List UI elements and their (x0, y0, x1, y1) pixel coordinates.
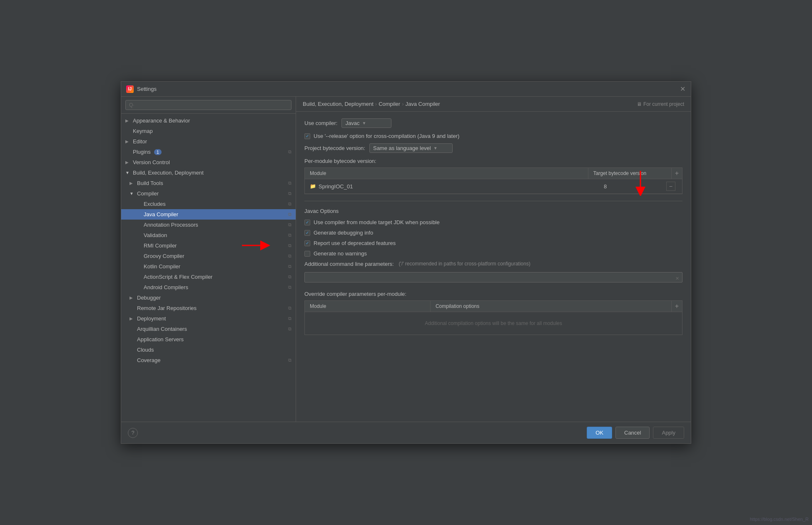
bytecode-version-arrow: ▼ (433, 146, 438, 150)
content-area: Use compiler: Javac ▼ Use '--release' op… (296, 112, 691, 422)
breadcrumb-bar: Build, Execution, Deployment › Compiler … (296, 97, 691, 112)
sidebar-label-actionscript: ActionScript & Flex Compiler (144, 274, 212, 280)
sidebar-item-groovy[interactable]: · Groovy Compiler ⧉ (121, 251, 296, 261)
sidebar-label-kotlin: Kotlin Compiler (144, 263, 180, 270)
option-row-1: Generate debugging info (304, 230, 682, 236)
sidebar-label-appearance: Appearance & Behavior (133, 118, 190, 124)
option-label-1: Generate debugging info (314, 230, 373, 236)
compiler-dropdown-value: Javac (345, 120, 359, 126)
sidebar-label-remote-jar: Remote Jar Repositories (137, 305, 197, 311)
help-button[interactable]: ? (128, 428, 138, 438)
cmd-params-label: Additional command line parameters: (304, 261, 394, 267)
sidebar-item-deployment[interactable]: ▶ Deployment ⧉ (121, 313, 296, 324)
sidebar-item-actionscript[interactable]: · ActionScript & Flex Compiler ⧉ (121, 272, 296, 282)
cmd-params-input[interactable] (304, 272, 682, 282)
compiler-dropdown[interactable]: Javac ▼ (341, 118, 391, 128)
use-compiler-label: Use compiler: (304, 120, 337, 126)
module-folder-icon: 📁 (310, 183, 316, 189)
option-checkbox-1[interactable] (304, 230, 310, 236)
sidebar-item-java-compiler[interactable]: · Java Compiler ⧉ (121, 209, 296, 220)
sidebar-item-appearance[interactable]: ▶ Appearance & Behavior (121, 115, 296, 126)
per-module-table-header: Module Target bytecode version + (305, 168, 682, 179)
option-label-0: Use compiler from module target JDK when… (314, 219, 440, 225)
apply-button[interactable]: Apply (653, 427, 684, 439)
sidebar-item-build-execution[interactable]: ▼ Build, Execution, Deployment (121, 168, 296, 178)
sidebar-item-remote-jar[interactable]: · Remote Jar Repositories ⧉ (121, 303, 296, 313)
sidebar-label-annotation: Annotation Processors (144, 222, 198, 228)
sidebar-item-compiler[interactable]: ▼ Compiler ⧉ (121, 188, 296, 199)
sidebar-item-version-control[interactable]: ▶ Version Control (121, 157, 296, 168)
sidebar-item-android[interactable]: · Android Compilers ⧉ (121, 282, 296, 292)
bytecode-version-value: Same as language level (373, 145, 431, 151)
app-icon: IJ (126, 85, 134, 93)
breadcrumb: Build, Execution, Deployment › Compiler … (303, 101, 440, 107)
sidebar-label-coverage: Coverage (137, 357, 160, 363)
option-row-2: Report use of deprecated features (304, 240, 682, 246)
override-empty-text: Additional compilation options will be t… (305, 312, 682, 335)
sidebar-label-deployment: Deployment (137, 315, 166, 322)
sidebar-label-groovy: Groovy Compiler (144, 253, 184, 259)
breadcrumb-part1: Build, Execution, Deployment (303, 101, 374, 107)
per-module-label: Per-module bytecode version: (304, 158, 682, 164)
title-bar: IJ Settings ✕ (121, 82, 691, 97)
add-override-button[interactable]: + (672, 301, 682, 312)
option-checkbox-0[interactable] (304, 220, 310, 225)
bytecode-cell: 8 − (599, 179, 682, 193)
sidebar-item-app-servers[interactable]: · Application Servers (121, 334, 296, 345)
option-row-3: Generate no warnings (304, 250, 682, 257)
use-compiler-row: Use compiler: Javac ▼ (304, 118, 682, 128)
sidebar-item-build-tools[interactable]: ▶ Build Tools ⧉ (121, 178, 296, 188)
sidebar-item-keymap[interactable]: ▶ Keymap (121, 126, 296, 136)
tree-area: ▶ Appearance & Behavior ▶ Keymap ▶ Edito… (121, 114, 296, 422)
validation-copy-icon: ⧉ (288, 232, 291, 238)
sidebar-label-android: Android Compilers (144, 284, 188, 290)
sidebar-item-rmi[interactable]: · RMI Compiler ⧉ (121, 240, 296, 251)
close-button[interactable]: ✕ (679, 86, 686, 92)
bytecode-version-dropdown[interactable]: Same as language level ▼ (369, 143, 453, 153)
remove-module-button[interactable]: − (666, 182, 675, 191)
actionscript-copy-icon: ⧉ (288, 274, 291, 280)
sidebar-label-build-execution: Build, Execution, Deployment (133, 170, 204, 176)
sidebar-item-debugger[interactable]: ▶ Debugger (121, 292, 296, 303)
breadcrumb-part3: Java Compiler (406, 101, 440, 107)
sidebar-item-coverage[interactable]: · Coverage ⧉ (121, 355, 296, 365)
search-input[interactable] (125, 100, 291, 110)
override-module-col: Module (305, 301, 431, 312)
cmd-input-container: ✕ (304, 272, 682, 284)
sidebar-item-validation[interactable]: · Validation ⧉ (121, 230, 296, 240)
option-checkbox-3[interactable] (304, 251, 310, 257)
sidebar-item-arquillian[interactable]: · Arquillian Containers ⧉ (121, 324, 296, 334)
search-box (121, 97, 296, 114)
title-bar-left: IJ Settings (126, 85, 157, 93)
ok-button[interactable]: OK (587, 427, 612, 439)
project-icon: 🖥 (637, 101, 642, 107)
sidebar-item-kotlin[interactable]: · Kotlin Compiler ⧉ (121, 261, 296, 272)
cmd-params-hint: ('/' recommended in paths for cross-plat… (399, 261, 531, 267)
sidebar-label-excludes: Excludes (144, 201, 166, 207)
option-checkbox-2[interactable] (304, 240, 310, 246)
sidebar-item-excludes[interactable]: · Excludes ⧉ (121, 199, 296, 209)
cancel-button[interactable]: Cancel (615, 427, 650, 439)
bottom-bar: ? OK Cancel Apply (121, 422, 691, 443)
override-table-body: Additional compilation options will be t… (304, 312, 682, 335)
sidebar-item-clouds[interactable]: · Clouds (121, 345, 296, 355)
option-label-2: Report use of deprecated features (314, 240, 396, 246)
compiler-dropdown-arrow: ▼ (362, 121, 366, 125)
cmd-input-icon: ✕ (675, 275, 679, 281)
sidebar-item-annotation[interactable]: · Annotation Processors ⧉ (121, 220, 296, 230)
rmi-copy-icon: ⧉ (288, 243, 291, 248)
compiler-copy-icon: ⧉ (288, 191, 291, 196)
add-module-button[interactable]: + (672, 168, 682, 179)
tree-arrow-editor: ▶ (125, 139, 131, 144)
sidebar-item-editor[interactable]: ▶ Editor (121, 136, 296, 147)
javac-options-title: Javac Options (304, 208, 682, 214)
table-row: 📁 SpringIOC_01 8 − (305, 179, 682, 194)
release-option-checkbox[interactable] (304, 133, 310, 139)
bytecode-value: 8 (604, 183, 607, 190)
bytecode-version-label: Project bytecode version: (304, 145, 365, 151)
plugins-copy-icon: ⧉ (288, 149, 291, 155)
sidebar-label-build-tools: Build Tools (137, 180, 163, 186)
sidebar-item-plugins[interactable]: · Plugins 1 ⧉ (121, 147, 296, 157)
divider-1 (304, 201, 682, 201)
cmd-params-row: Additional command line parameters: ('/'… (304, 261, 682, 267)
